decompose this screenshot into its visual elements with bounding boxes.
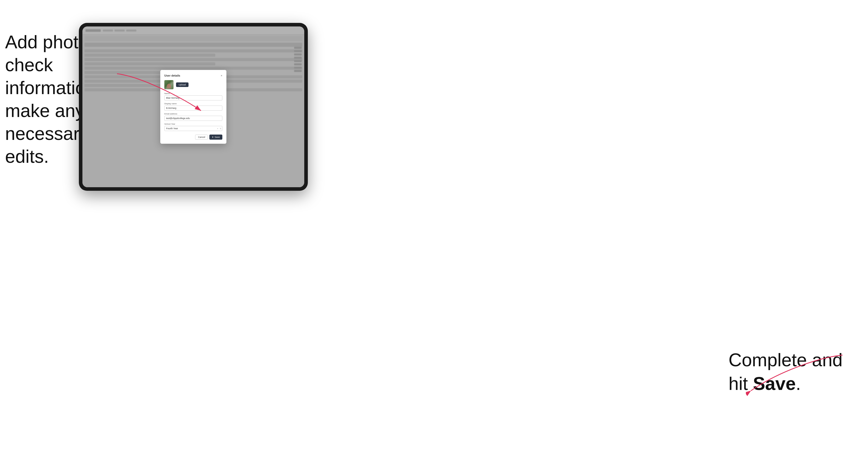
name-input[interactable] (164, 95, 222, 100)
display-name-input[interactable] (164, 105, 222, 111)
save-button[interactable]: ⬆ Save (209, 134, 222, 139)
display-name-field-group: Display name (164, 102, 222, 111)
modal-close-button[interactable]: × (221, 74, 222, 77)
photo-section: Upload (164, 80, 222, 89)
save-icon: ⬆ (212, 136, 214, 138)
school-year-field-group: School Year × ⇅ (164, 123, 222, 131)
modal-overlay: User details × Upload Name Dis (83, 27, 304, 187)
modal-title: User details (164, 74, 180, 77)
school-year-clear-button[interactable]: × (217, 127, 218, 129)
cancel-button[interactable]: Cancel (195, 134, 208, 139)
tablet-screen: User details × Upload Name Dis (83, 27, 304, 187)
email-field-group: Email address (164, 113, 222, 121)
name-field-group: Name (164, 92, 222, 100)
email-label: Email address (164, 113, 222, 115)
upload-photo-button[interactable]: Upload (176, 83, 188, 87)
school-year-arrows-icon: ⇅ (220, 127, 221, 129)
school-year-input-wrapper: × ⇅ (164, 126, 222, 131)
display-name-label: Display name (164, 102, 222, 105)
modal-header: User details × (164, 74, 222, 77)
modal-footer: Cancel ⬆ Save (164, 134, 222, 139)
school-year-label: School Year (164, 123, 222, 125)
right-annotation: Complete and hit Save. (728, 348, 843, 396)
email-input[interactable] (164, 116, 222, 121)
tablet-device: User details × Upload Name Dis (79, 23, 308, 191)
user-photo-image (164, 80, 174, 89)
school-year-input[interactable] (164, 126, 222, 131)
name-label: Name (164, 92, 222, 95)
user-details-modal: User details × Upload Name Dis (160, 70, 226, 144)
user-photo-thumbnail (164, 80, 174, 89)
